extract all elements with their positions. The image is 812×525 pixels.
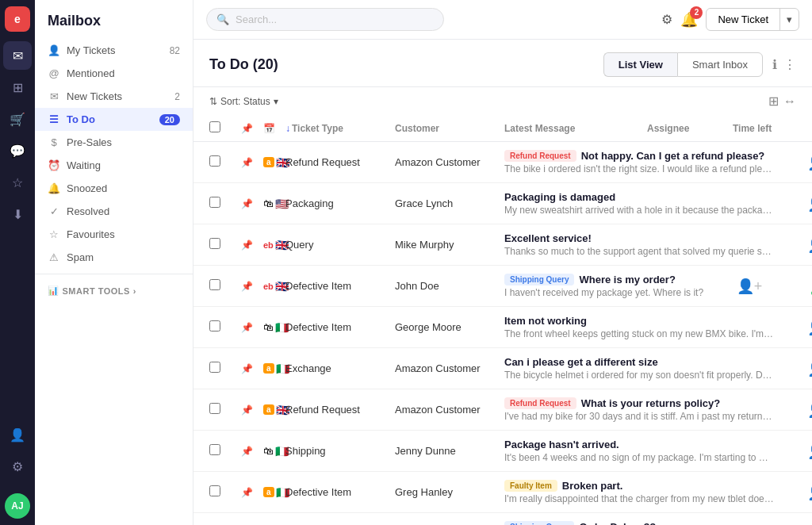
sidebar-item-waiting[interactable]: ⏰ Waiting: [35, 154, 193, 177]
sidebar-item-pre-sales[interactable]: $ Pre-Sales: [35, 131, 193, 154]
nav-settings[interactable]: ⚙: [3, 452, 32, 481]
to-do-badge: 20: [159, 114, 180, 125]
assignee-add-icon[interactable]: 👤+: [807, 401, 812, 419]
row-checkbox[interactable]: [209, 362, 235, 375]
assignee-add-icon[interactable]: 👤+: [807, 319, 812, 336]
row-ticket-type: Refund Request: [285, 156, 389, 168]
sidebar-item-resolved[interactable]: ✓ Resolved: [35, 200, 193, 223]
main-content: 🔍 Search... ⚙ 🔔 2 New Ticket ▾ To Do (20…: [193, 0, 812, 525]
more-options-icon[interactable]: ⋮: [783, 57, 796, 72]
new-ticket-label[interactable]: New Ticket: [707, 9, 780, 30]
message-title: Refund Request What is your returns poli…: [504, 397, 774, 409]
message-preview: The bicycle helmet i ordered for my son …: [504, 370, 774, 381]
row-customer: Amazon Customer: [395, 362, 498, 374]
new-ticket-button[interactable]: New Ticket ▾: [706, 8, 799, 31]
ticket-tag: Refund Request: [504, 150, 576, 162]
assignee-add-icon[interactable]: 👤+: [807, 236, 812, 254]
sidebar-item-spam[interactable]: ⚠ Spam: [35, 246, 193, 269]
nav-shopping[interactable]: 🛒: [3, 105, 32, 133]
sidebar-item-new-tickets[interactable]: ✉ New Tickets 2: [35, 85, 193, 108]
row-checkbox[interactable]: [209, 238, 235, 251]
row-flags: a 🇬🇧: [263, 404, 279, 416]
row-ticket-type: Defective Item: [285, 321, 389, 333]
info-icon[interactable]: ℹ: [772, 57, 777, 72]
ticket-tag: Faulty Item: [504, 480, 557, 492]
nav-star[interactable]: ☆: [3, 168, 32, 197]
table-row[interactable]: 📌 eb 🇬🇧 Shipping Amazon Customer Shippin…: [193, 513, 812, 525]
row-assignee: 👤+: [780, 401, 812, 419]
sidebar-item-favourites[interactable]: ☆ Favourites: [35, 223, 193, 246]
row-pin: 📌: [241, 157, 257, 168]
tab-list-view[interactable]: List View: [603, 52, 677, 77]
row-time-left: 20 hours: [795, 277, 812, 295]
sidebar-count: 82: [170, 45, 180, 56]
tab-smart-inbox[interactable]: Smart Inbox: [677, 52, 763, 77]
row-checkbox[interactable]: [209, 279, 235, 293]
row-pin: 📌: [241, 198, 257, 209]
row-message: Faulty Item Broken part. I'm really disa…: [504, 480, 774, 504]
filter-icon[interactable]: ⚙: [661, 12, 672, 27]
table-row[interactable]: 📌 🛍 🇮🇹 Shipping Jenny Dunne Package hasn…: [193, 431, 812, 472]
nav-mail[interactable]: ✉: [3, 41, 32, 70]
row-ticket-type: Defective Item: [285, 486, 389, 498]
new-ticket-dropdown-icon[interactable]: ▾: [780, 9, 799, 30]
table-row[interactable]: 📌 eb 🇬🇧 Query Mike Murphy Excellent serv…: [193, 224, 812, 266]
sidebar-item-to-do[interactable]: ☰ To Do 20: [35, 108, 193, 131]
table-row[interactable]: 📌 a 🇮🇹 Exchange Amazon Customer Can i pl…: [193, 348, 812, 389]
row-assignee: 👤+: [780, 360, 812, 377]
row-ticket-type: Packaging: [285, 197, 389, 209]
assignee-add-icon[interactable]: 👤+: [807, 360, 812, 377]
smart-tools-btn[interactable]: 📊 SMART TOOLS ›: [35, 279, 193, 302]
notifications-button[interactable]: 🔔 2: [680, 11, 698, 29]
content-header: To Do (20) List View Smart Inbox ℹ ⋮: [193, 40, 812, 87]
user-avatar[interactable]: AJ: [5, 493, 30, 519]
row-pin: 📌: [241, 363, 257, 374]
row-customer: Grace Lynch: [395, 197, 498, 209]
table-row[interactable]: 📌 eb 🇬🇧 Defective Item John Doe Shipping…: [193, 266, 812, 307]
sidebar-item-snoozed[interactable]: 🔔 Snoozed: [35, 177, 193, 200]
nav-download[interactable]: ⬇: [3, 200, 32, 228]
row-checkbox[interactable]: [209, 403, 235, 416]
nav-rail: e ✉ ⊞ 🛒 💬 ☆ ⬇ 👤 ⚙ AJ: [0, 0, 35, 525]
table-row[interactable]: 📌 🛍 🇮🇹 Defective Item George Moore Item …: [193, 307, 812, 348]
sidebar-item-my-tickets[interactable]: 👤 My Tickets 82: [35, 39, 193, 62]
table-row[interactable]: 📌 a 🇮🇹 Defective Item Greg Hanley Faulty…: [193, 472, 812, 513]
table-row[interactable]: 📌 🛍 🇺🇸 Packaging Grace Lynch Packaging i…: [193, 183, 812, 224]
assignee-add-icon[interactable]: 👤+: [807, 195, 812, 213]
row-customer: Jenny Dunne: [395, 445, 498, 457]
row-checkbox[interactable]: [209, 320, 235, 334]
assignee-add-icon[interactable]: 👤+: [807, 443, 812, 460]
message-title: Item not working: [504, 315, 774, 327]
row-ticket-type: Shipping: [285, 445, 389, 457]
assignee-add-icon[interactable]: 👤+: [737, 278, 763, 295]
row-checkbox[interactable]: [209, 444, 235, 458]
row-checkbox[interactable]: [209, 155, 235, 169]
select-all-checkbox[interactable]: [209, 121, 235, 135]
row-checkbox[interactable]: [209, 197, 235, 210]
assignee-header: Assignee: [647, 123, 726, 134]
nav-grid[interactable]: ⊞: [3, 73, 32, 102]
grid-view-icon[interactable]: ⊞: [768, 94, 779, 109]
header-actions: ℹ ⋮: [772, 57, 796, 72]
row-flags: 🛍 🇮🇹: [263, 321, 279, 334]
row-message: Can i please get a different size The bi…: [504, 356, 774, 381]
sidebar-item-label: Resolved: [67, 205, 180, 217]
row-customer: John Doe: [395, 280, 498, 292]
sidebar-item-label: My Tickets: [67, 44, 163, 56]
expand-icon[interactable]: ↔: [783, 94, 796, 109]
list-icon: ☰: [48, 113, 60, 125]
sort-button[interactable]: ⇅ Sort: Status ▾: [209, 96, 278, 107]
row-message: Packaging is damaged My new sweatshirt a…: [504, 191, 774, 216]
sidebar-item-mentioned[interactable]: @ Mentioned: [35, 62, 193, 85]
search-box[interactable]: 🔍 Search...: [206, 8, 444, 31]
message-title: Faulty Item Broken part.: [504, 480, 774, 492]
sort-label-text: Sort: Status: [220, 96, 270, 107]
ticket-type-header[interactable]: ↓ Ticket Type: [285, 123, 389, 134]
nav-chat[interactable]: 💬: [3, 136, 32, 165]
nav-add-user[interactable]: 👤: [3, 420, 32, 449]
table-row[interactable]: 📌 a 🇬🇧 Refund Request Amazon Customer Re…: [193, 142, 812, 183]
table-row[interactable]: 📌 a 🇬🇧 Refund Request Amazon Customer Re…: [193, 389, 812, 431]
row-checkbox[interactable]: [209, 485, 235, 499]
assignee-add-icon[interactable]: 👤+: [807, 154, 812, 171]
assignee-add-icon[interactable]: 👤+: [807, 484, 812, 501]
